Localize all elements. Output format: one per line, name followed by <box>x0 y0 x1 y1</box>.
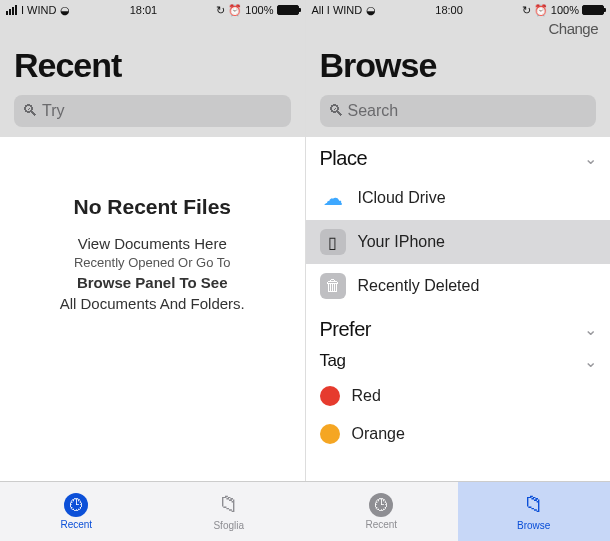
change-button[interactable]: Change <box>548 20 598 37</box>
alarm-icon: ⏰ <box>228 4 242 17</box>
tag-label: Red <box>352 387 381 405</box>
list-item-iphone[interactable]: ▯ Your IPhone <box>306 220 611 264</box>
wifi-icon: ◒ <box>366 4 376 17</box>
phone-icon: ▯ <box>320 229 346 255</box>
search-placeholder: Try <box>42 102 65 120</box>
section-label: Prefer <box>320 318 371 341</box>
section-place[interactable]: Place ⌄ <box>306 137 611 176</box>
trash-icon: 🗑︎ <box>320 273 346 299</box>
wifi-icon: ◒ <box>60 4 70 17</box>
clock-icon: 🕒︎ <box>64 493 88 517</box>
chevron-down-icon: ⌄ <box>584 352 597 371</box>
folder-icon: 📁︎ <box>523 492 545 518</box>
search-icon: 🔍︎ <box>22 102 38 120</box>
battery-percent: 100% <box>245 4 273 16</box>
header: Change Browse 🔍︎ Search <box>306 20 611 137</box>
empty-line: Browse Panel To See <box>14 272 291 293</box>
empty-line: View Documents Here <box>14 233 291 254</box>
section-label: Place <box>320 147 368 170</box>
empty-state: No Recent Files View Documents Here Rece… <box>0 137 305 314</box>
search-input[interactable]: 🔍︎ Search <box>320 95 597 127</box>
empty-title: No Recent Files <box>14 195 291 219</box>
chevron-down-icon: ⌄ <box>584 320 597 339</box>
empty-line: All Documents And Folders. <box>14 293 291 314</box>
status-bar: All I WIND ◒ 18:00 ↻ ⏰ 100% <box>306 0 611 20</box>
tab-label: Browse <box>517 520 550 531</box>
tag-dot-icon <box>320 424 340 444</box>
folder-icon: 📁︎ <box>218 492 240 518</box>
browse-pane: All I WIND ◒ 18:00 ↻ ⏰ 100% Change Brows… <box>306 0 611 541</box>
tab-browse[interactable]: 📁︎ Sfoglia <box>153 482 306 541</box>
status-bar: I WIND ◒ 18:01 ↻ ⏰ 100% <box>0 0 305 20</box>
header: Recent 🔍︎ Try <box>0 20 305 137</box>
search-input[interactable]: 🔍︎ Try <box>14 95 291 127</box>
carrier-label: I WIND <box>21 4 56 16</box>
tab-bar: 🕒︎ Recent 📁︎ Sfoglia 🕒︎ Recent 📁︎ Browse <box>0 481 610 541</box>
page-title: Recent <box>14 46 291 85</box>
clock-icon: 🕒︎ <box>369 493 393 517</box>
tag-dot-icon <box>320 386 340 406</box>
tag-label: Orange <box>352 425 405 443</box>
tag-item-red[interactable]: Red <box>306 377 611 415</box>
clock: 18:00 <box>435 4 463 16</box>
empty-line: Recently Opened Or Go To <box>14 254 291 272</box>
cloud-icon: ☁ <box>320 185 346 211</box>
list-item-icloud[interactable]: ☁ ICloud Drive <box>306 176 611 220</box>
section-tag[interactable]: Tag ⌄ <box>306 347 611 377</box>
battery-percent: 100% <box>551 4 579 16</box>
list-item-label: Recently Deleted <box>358 277 480 295</box>
list-item-label: ICloud Drive <box>358 189 446 207</box>
page-title: Browse <box>320 46 597 85</box>
tab-label: Recent <box>365 519 397 530</box>
search-icon: 🔍︎ <box>328 102 344 120</box>
tab-label: Recent <box>60 519 92 530</box>
recent-pane: I WIND ◒ 18:01 ↻ ⏰ 100% Recent 🔍︎ Try No… <box>0 0 306 541</box>
carrier-label: All I WIND <box>312 4 363 16</box>
battery-icon <box>582 5 604 15</box>
orientation-lock-icon: ↻ <box>216 4 225 17</box>
battery-icon <box>277 5 299 15</box>
alarm-icon: ⏰ <box>534 4 548 17</box>
search-placeholder: Search <box>348 102 399 120</box>
list-item-label: Your IPhone <box>358 233 445 251</box>
chevron-down-icon: ⌄ <box>584 149 597 168</box>
signal-icon <box>6 5 17 15</box>
tag-item-orange[interactable]: Orange <box>306 415 611 453</box>
orientation-lock-icon: ↻ <box>522 4 531 17</box>
clock: 18:01 <box>130 4 158 16</box>
tab-label: Sfoglia <box>213 520 244 531</box>
tab-recent[interactable]: 🕒︎ Recent <box>0 482 153 541</box>
section-prefer[interactable]: Prefer ⌄ <box>306 308 611 347</box>
tab-recent[interactable]: 🕒︎ Recent <box>305 482 458 541</box>
list-item-deleted[interactable]: 🗑︎ Recently Deleted <box>306 264 611 308</box>
tab-browse[interactable]: 📁︎ Browse <box>458 482 611 541</box>
section-label: Tag <box>320 351 346 371</box>
